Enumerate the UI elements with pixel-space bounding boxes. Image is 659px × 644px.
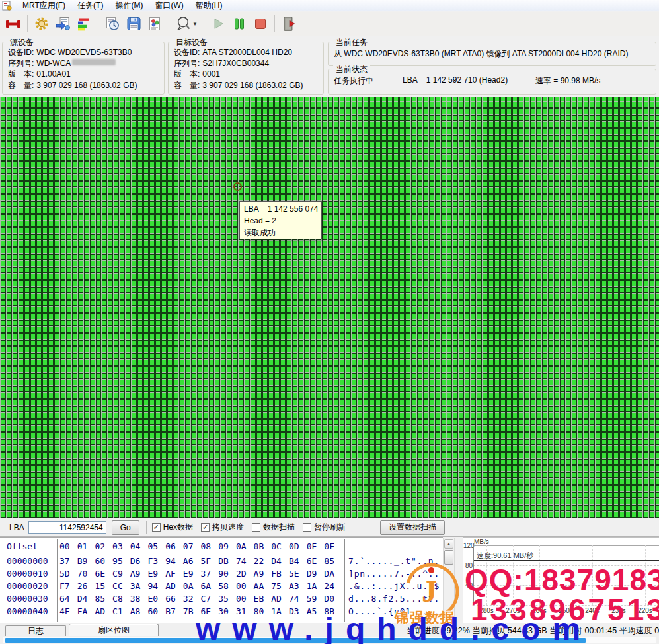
- hex-byte: 0A: [183, 581, 201, 591]
- field-value: 3 907 029 168 (1863.02 GB): [202, 81, 303, 91]
- byte-header: 07: [183, 542, 201, 551]
- menu-item[interactable]: 任务(T): [71, 0, 109, 12]
- menu-item[interactable]: 操作(M): [109, 0, 149, 12]
- checkbox-unchecked-icon: [252, 523, 260, 532]
- stop-button[interactable]: [250, 14, 271, 34]
- sector-map[interactable]: LBA = 1 142 556 074 Head = 2 读取成功: [0, 97, 659, 518]
- device-info-row: 设备ID:ATA ST2000DL004 HD20: [174, 48, 323, 58]
- hex-row: 000000105D706EC9A9E9AFE937902DA9FB5ED9DA…: [0, 569, 443, 581]
- hex-byte: 37: [201, 569, 219, 579]
- cursor-ring: [233, 182, 242, 191]
- checkbox-拷贝速度[interactable]: ✓拷贝速度: [201, 522, 244, 533]
- settings-button[interactable]: [31, 14, 52, 34]
- hex-byte: A6: [183, 556, 201, 566]
- hex-byte: A3: [289, 581, 307, 591]
- connect-button[interactable]: [3, 14, 24, 34]
- lba-input[interactable]: [28, 521, 106, 534]
- chart-y-tick: 80: [463, 562, 473, 569]
- hex-byte: 31: [236, 606, 254, 616]
- tab-log[interactable]: 日志: [5, 625, 66, 636]
- controls-separator: [146, 521, 147, 534]
- field-value: 0001: [202, 69, 220, 79]
- hex-byte: 1A: [271, 606, 289, 616]
- byte-header: 0C: [271, 542, 289, 551]
- set-data-scan-button[interactable]: 设置数据扫描: [380, 520, 445, 535]
- pause-button[interactable]: [229, 14, 250, 34]
- field-label: 版 本:: [8, 69, 34, 79]
- chart-y-tick: 120: [463, 542, 473, 549]
- offset-header: Offset: [7, 542, 38, 551]
- hex-byte: B4: [289, 556, 307, 566]
- tab-sector-bitmap[interactable]: 扇区位图: [69, 624, 159, 636]
- hex-byte: 94: [147, 581, 165, 591]
- hex-scrollbar[interactable]: ▲ ▼: [443, 538, 455, 622]
- hex-rows: 0000000037B96095D6F394A65FDB7422D4B46E85…: [0, 556, 443, 619]
- hex-byte: C8: [112, 594, 130, 604]
- hex-byte: E9: [147, 569, 165, 579]
- hex-byte: B9: [77, 556, 95, 566]
- hex-byte: 66: [165, 594, 183, 604]
- scan-dropdown-icon[interactable]: ▼: [192, 21, 198, 27]
- source-device-panel: 源设备 设备ID:WDC WD20EVDS-63T3B0序列号:WD-WCA版 …: [2, 42, 165, 95]
- hex-byte: FB: [271, 569, 289, 579]
- hex-row: 0000003064D485C838E06632C73500EBAD7459D0…: [0, 594, 443, 606]
- byte-header: 01: [77, 542, 95, 551]
- hex-byte: 5D: [59, 569, 77, 579]
- current-status-panel: 当前状态 任务执行中 LBA = 1 142 592 710 (Head2) 速…: [328, 69, 656, 95]
- hex-bytes: 4FFAADC1A860B77B6E3031801AD3A58B: [59, 606, 342, 616]
- hex-byte: 85: [95, 594, 112, 604]
- checkbox-暂停刷新[interactable]: 暂停刷新: [303, 522, 346, 533]
- exit-button[interactable]: [278, 14, 299, 34]
- scroll-up-icon[interactable]: ▲: [444, 539, 453, 549]
- hex-byte: AD: [271, 594, 289, 604]
- toolbar-separator: [27, 15, 28, 32]
- field-label: 设备ID:: [8, 48, 34, 58]
- hex-byte: 5F: [201, 556, 219, 566]
- tooltip-result: 读取成功: [244, 227, 321, 239]
- hex-byte: 26: [77, 581, 95, 591]
- hex-byte: 2D: [236, 569, 254, 579]
- chart-v-gridline: [566, 545, 566, 605]
- scroll-down-icon[interactable]: ▼: [444, 611, 453, 621]
- menu-item[interactable]: 窗口(W): [149, 0, 189, 12]
- scan-button[interactable]: [173, 14, 194, 34]
- checkbox-Hex数据[interactable]: ✓Hex数据: [152, 522, 193, 533]
- bottom-area: Offset 000102030405060708090A0B0C0D0E0F …: [0, 537, 659, 623]
- progress-track: [3, 637, 656, 643]
- progress-row: [0, 636, 659, 644]
- hex-byte: 74: [289, 594, 307, 604]
- toolbar-separator: [98, 15, 98, 32]
- play-button[interactable]: [208, 14, 229, 34]
- hex-byte: C7: [201, 594, 219, 604]
- chart-x-tick: 270s: [500, 607, 526, 614]
- timer-task-button[interactable]: [102, 14, 123, 34]
- chart-x-tick: 230s: [605, 607, 632, 614]
- hex-byte: A9: [254, 569, 272, 579]
- hex-byte: 80: [254, 606, 272, 616]
- statistics-button[interactable]: [73, 14, 95, 34]
- redacted-serial: [72, 59, 116, 65]
- tabs-row: 日志 扇区位图 当前进度 29.22% 当前拷贝 544.33 GB 当前用时 …: [0, 623, 659, 636]
- go-button[interactable]: Go: [112, 520, 139, 535]
- report-button[interactable]: [144, 14, 165, 34]
- menu-item[interactable]: MRT应用(F): [17, 0, 71, 12]
- chart-x-tick: 220s: [632, 607, 658, 614]
- export-report-button[interactable]: [52, 14, 73, 34]
- chart-y-axis-label: MB/s: [474, 538, 489, 545]
- checkbox-checked-icon: ✓: [152, 523, 161, 532]
- current-status-title: 当前状态: [333, 64, 370, 75]
- chart-h-gridline: [473, 605, 659, 606]
- source-device-title: 源设备: [7, 37, 36, 48]
- color-bars-icon: [76, 16, 92, 32]
- checkbox-group: ✓Hex数据✓拷贝速度数据扫描暂停刷新: [152, 522, 354, 533]
- scroll-thumb[interactable]: [444, 550, 453, 565]
- menu-item[interactable]: 帮助(H): [190, 0, 229, 12]
- checkbox-数据扫描[interactable]: 数据扫描: [252, 522, 295, 533]
- hex-bytes: 37B96095D6F394A65FDB7422D4B46E85: [59, 556, 342, 566]
- hex-header: Offset 000102030405060708090A0B0C0D0E0F: [0, 542, 443, 552]
- field-value: S2H7JX0CB00344: [202, 59, 269, 69]
- device-info-row: 序列号:S2H7JX0CB00344: [174, 59, 323, 69]
- save-button[interactable]: [123, 14, 144, 34]
- hex-byte: 70: [77, 569, 95, 579]
- hex-byte: D9: [307, 569, 325, 579]
